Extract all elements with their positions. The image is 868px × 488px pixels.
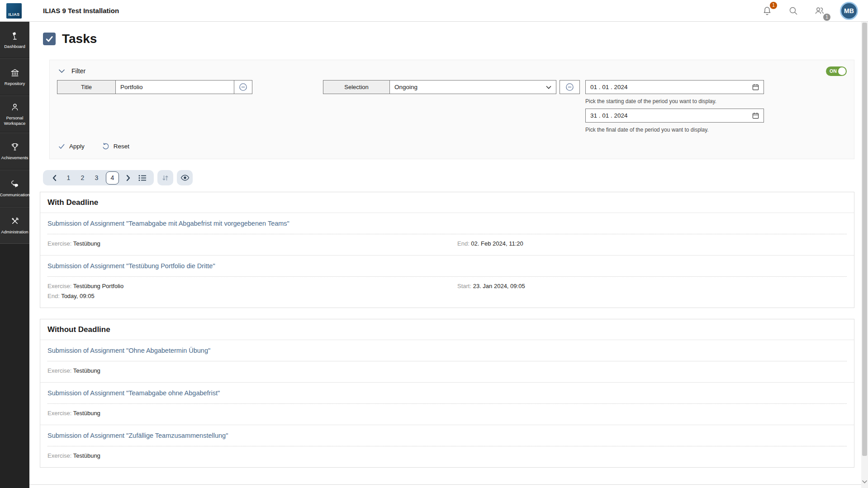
list-icon: [138, 175, 147, 181]
remove-title-filter-button[interactable]: [234, 80, 252, 94]
meta-value: Today, 09:05: [61, 293, 94, 299]
sidebar-item-label: Achievements: [1, 155, 29, 160]
sidebar-item-achievements[interactable]: Achievements: [0, 133, 29, 170]
page-button-3[interactable]: 3: [90, 170, 104, 185]
sort-arrows-icon: [162, 175, 169, 181]
filter-collapse-chevron-icon[interactable]: [58, 69, 65, 73]
meta-value: Testübung: [73, 452, 100, 459]
divider: [47, 276, 847, 277]
trophy-icon: [10, 142, 20, 152]
scrollbar-down-arrow[interactable]: [862, 478, 868, 486]
meta-value: Testübung: [73, 240, 100, 247]
reset-button-label: Reset: [114, 143, 129, 150]
assignment-link[interactable]: Submission of Assignment "Zufällige Team…: [47, 432, 228, 439]
meta-value: Testübung Portfolio: [73, 283, 123, 289]
calendar-icon: [752, 84, 759, 90]
task-item: Submission of Assignment "Teamabgabe mit…: [40, 213, 854, 256]
start-date-input[interactable]: 01 . 01 . 2024: [585, 80, 764, 94]
filter-selection-select[interactable]: Ongoing: [389, 80, 556, 94]
reset-button[interactable]: Reset: [102, 142, 129, 150]
topbar-actions: 1 1 MB: [761, 2, 858, 20]
tools-icon: [10, 216, 20, 226]
meta-value: Testübung: [73, 367, 100, 374]
page-button-2[interactable]: 2: [76, 170, 90, 185]
minus-circle-icon: [239, 83, 247, 91]
sidebar-item-label: Repository: [4, 81, 25, 86]
meta-label: Exercise:: [47, 410, 73, 417]
repository-building-icon: [10, 68, 20, 78]
page-header: Tasks: [40, 32, 855, 46]
chevron-down-icon: [546, 85, 551, 89]
filter-title-label: Title: [57, 80, 116, 94]
filter-toggle[interactable]: ON: [826, 66, 847, 76]
sidebar-item-label: Dashboard: [4, 44, 25, 49]
footer-divider: [29, 484, 861, 485]
previous-page-button[interactable]: [47, 170, 62, 185]
meta-value: 23. Jan 2024, 09:05: [473, 283, 525, 289]
section-title: With Deadline: [40, 192, 854, 213]
start-date-help: Pick the starting date of the period you…: [585, 98, 716, 104]
task-item: Submission of Assignment "Ohne Abgabeter…: [40, 340, 854, 383]
ilias-logo[interactable]: ILIAS: [6, 3, 22, 19]
assignment-link[interactable]: Submission of Assignment "Ohne Abgabeter…: [47, 347, 210, 354]
assignment-link[interactable]: Submission of Assignment "Teamabgabe ohn…: [47, 389, 220, 397]
meta-label: Exercise:: [47, 367, 73, 374]
end-date-input[interactable]: 31 . 01 . 2024: [585, 109, 764, 123]
sidebar-item-label: Administration: [0, 229, 28, 234]
start-date-value: 01 . 01 . 2024: [590, 84, 628, 90]
list-view-button[interactable]: [135, 170, 149, 185]
section-with-deadline: With Deadline Submission of Assignment "…: [40, 192, 854, 308]
meta-value: Testübung: [73, 410, 100, 417]
calendar-icon: [752, 112, 759, 119]
section-without-deadline: Without Deadline Submission of Assignmen…: [40, 319, 854, 468]
person-icon: [10, 102, 20, 112]
meta-label: End:: [457, 240, 471, 247]
page-title: Tasks: [62, 32, 97, 46]
remove-selection-filter-button[interactable]: [560, 80, 580, 94]
presentation-view-button[interactable]: [177, 170, 193, 185]
search-button[interactable]: [787, 5, 799, 17]
online-users-button[interactable]: 1: [814, 5, 825, 17]
minus-circle-icon: [565, 83, 574, 91]
toggle-knob: [838, 67, 846, 75]
assignment-link[interactable]: Submission of Assignment "Teamabgabe mit…: [47, 220, 289, 227]
sidebar-item-personal-workspace[interactable]: Personal Workspace: [0, 95, 29, 133]
end-date-help: Pick the final date of the period you wa…: [585, 127, 709, 133]
filter-selection-label: Selection: [323, 80, 390, 94]
filter-selection-value: Ongoing: [394, 84, 417, 90]
end-date-value: 31 . 01 . 2024: [590, 112, 628, 119]
filter-panel: Filter ON Title Portfolio Selection On: [49, 60, 854, 159]
pagination: 1 2 3 4: [43, 170, 855, 185]
page-button-1[interactable]: 1: [62, 170, 76, 185]
sidebar-item-repository[interactable]: Repository: [0, 58, 29, 95]
scrollbar-thumb[interactable]: [862, 23, 867, 456]
sort-button[interactable]: [157, 170, 173, 185]
next-page-button[interactable]: [121, 170, 135, 185]
sidebar-item-administration[interactable]: Administration: [0, 207, 29, 244]
online-users-badge: 1: [823, 14, 830, 21]
meta-label: Exercise:: [47, 240, 73, 247]
meta-label: Start:: [457, 283, 473, 289]
task-item: Submission of Assignment "Testübung Port…: [40, 256, 854, 308]
apply-button-label: Apply: [69, 143, 85, 150]
lamp-icon: [10, 31, 20, 41]
filter-title-input[interactable]: Portfolio: [115, 80, 234, 94]
notifications-button[interactable]: 1: [761, 5, 773, 17]
filter-label: Filter: [71, 67, 85, 75]
vertical-scrollbar[interactable]: [861, 22, 868, 488]
notification-badge: 1: [770, 2, 777, 9]
sidebar-item-dashboard[interactable]: Dashboard: [0, 22, 29, 58]
chevron-right-icon: [126, 175, 131, 181]
page-button-4-current[interactable]: 4: [106, 171, 119, 185]
meta-value: 02. Feb 2024, 11:20: [471, 240, 523, 247]
filter-toggle-state: ON: [830, 68, 837, 74]
meta-label: Exercise:: [47, 283, 73, 289]
avatar[interactable]: MB: [840, 2, 858, 20]
assignment-link[interactable]: Submission of Assignment "Testübung Port…: [47, 262, 215, 270]
sidebar-item-label: Personal Workspace: [0, 115, 29, 126]
chevron-down-icon: [862, 480, 868, 484]
reset-icon: [102, 142, 109, 150]
apply-button[interactable]: Apply: [58, 143, 85, 150]
main-sidebar: Dashboard Repository Personal Workspace …: [0, 22, 29, 488]
sidebar-item-communication[interactable]: Communication: [0, 170, 29, 207]
